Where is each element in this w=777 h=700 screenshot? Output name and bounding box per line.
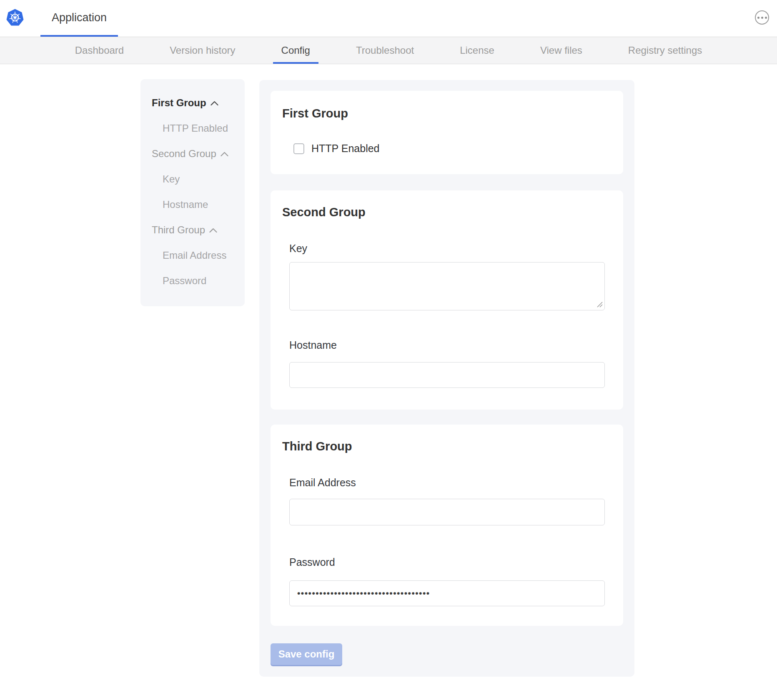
chevron-up-icon (209, 228, 218, 233)
config-sidebar: First Group HTTP Enabled Second Group Ke… (140, 79, 245, 306)
app-header: Application (0, 0, 777, 37)
sidebar-item-email-address[interactable]: Email Address (163, 249, 245, 261)
password-label: Password (289, 556, 605, 568)
password-input[interactable] (289, 580, 605, 606)
password-field: Password (289, 556, 605, 606)
app-navbar: Dashboard Version history Config Trouble… (0, 37, 777, 64)
tab-application[interactable]: Application (40, 0, 118, 37)
sidebar-group-second-group[interactable]: Second Group (152, 148, 245, 160)
key-textarea[interactable] (289, 262, 605, 310)
save-config-button[interactable]: Save config (271, 643, 342, 665)
ellipsis-icon[interactable] (755, 10, 769, 25)
nav-tab-registry-settings[interactable]: Registry settings (620, 37, 710, 64)
group-title: First Group (282, 107, 612, 120)
nav-tab-config[interactable]: Config (273, 37, 318, 64)
group-title: Third Group (282, 440, 612, 453)
kubernetes-logo-icon (6, 8, 24, 28)
hostname-field: Hostname (289, 339, 605, 388)
http-enabled-label[interactable]: HTTP Enabled (311, 142, 380, 155)
sidebar-item-http-enabled[interactable]: HTTP Enabled (163, 122, 245, 134)
email-address-input[interactable] (289, 499, 605, 525)
http-enabled-field: HTTP Enabled (293, 142, 612, 155)
http-enabled-checkbox[interactable] (293, 143, 304, 154)
sidebar-group-first-group[interactable]: First Group (152, 97, 245, 109)
sidebar-item-password[interactable]: Password (163, 275, 245, 287)
config-group-first: First Group HTTP Enabled (271, 91, 623, 174)
key-field: Key (289, 242, 605, 310)
hostname-label: Hostname (289, 339, 605, 351)
config-group-third: Third Group Email Address Password (271, 425, 623, 626)
nav-tab-view-files[interactable]: View files (532, 37, 591, 64)
sidebar-item-key[interactable]: Key (163, 173, 245, 185)
nav-tab-license[interactable]: License (451, 37, 503, 64)
email-address-label: Email Address (289, 477, 605, 489)
sidebar-item-hostname[interactable]: Hostname (163, 198, 245, 210)
hostname-input[interactable] (289, 362, 605, 388)
email-address-field: Email Address (289, 477, 605, 525)
key-label: Key (289, 242, 605, 255)
sidebar-group-third-group[interactable]: Third Group (152, 224, 245, 236)
nav-tab-dashboard[interactable]: Dashboard (67, 37, 132, 64)
chevron-up-icon (210, 100, 219, 106)
nav-tab-troubleshoot[interactable]: Troubleshoot (348, 37, 422, 64)
chevron-up-icon (220, 151, 229, 157)
config-panel: First Group HTTP Enabled Second Group Ke… (259, 80, 634, 677)
config-group-second: Second Group Key Hostname (271, 190, 623, 410)
group-title: Second Group (282, 205, 612, 219)
nav-tab-version-history[interactable]: Version history (161, 37, 243, 64)
